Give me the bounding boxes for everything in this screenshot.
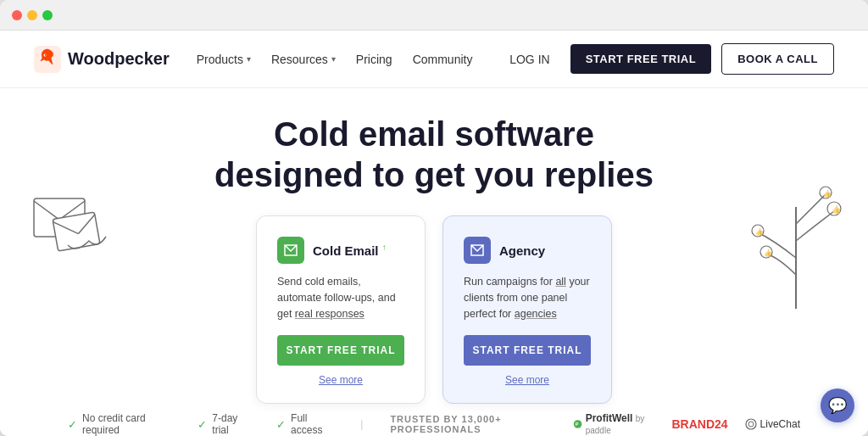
nav-actions: LOG IN START FREE TRIAL BOOK A CALL	[499, 43, 834, 75]
close-button[interactable]	[12, 10, 22, 20]
cold-email-icon	[277, 237, 304, 264]
profitwell-brand: P ProfitWell by paddle	[573, 412, 655, 436]
product-cards: Cold Email ↑ Send cold emails, automate …	[256, 215, 612, 404]
nav-pricing[interactable]: Pricing	[356, 53, 392, 66]
book-call-button[interactable]: BOOK A CALL	[721, 43, 834, 75]
brand24-logo: BRAND24	[671, 417, 727, 431]
cold-email-card: Cold Email ↑ Send cold emails, automate …	[256, 215, 426, 404]
chevron-down-icon: ▾	[331, 54, 336, 64]
deco-tree-illustration: 👍 👍 👍 👍	[741, 156, 851, 326]
page-content: Woodpecker Products ▾ Resources ▾ Pricin…	[0, 31, 868, 436]
cold-email-badge: ↑	[382, 243, 387, 252]
check-icon: ✓	[68, 418, 77, 431]
chevron-down-icon: ▾	[247, 54, 251, 64]
deco-envelope-illustration	[25, 173, 136, 275]
agency-card: Agency Run campaigns for all your client…	[442, 215, 612, 404]
badge-full-access: ✓ Full access	[276, 412, 333, 436]
nav-resources[interactable]: Resources ▾	[271, 53, 336, 66]
cold-email-see-more-link[interactable]: See more	[277, 374, 404, 386]
chat-icon: 💬	[828, 396, 847, 415]
trusted-section: TRUSTED BY 13,000+ PROFESSIONALS P Profi…	[390, 412, 800, 436]
cold-email-description: Send cold emails, automate follow-ups, a…	[277, 274, 404, 321]
agency-card-header: Agency	[464, 237, 591, 264]
svg-rect-6	[53, 212, 100, 251]
trusted-label: TRUSTED BY 13,000+ PROFESSIONALS	[390, 414, 555, 434]
agency-icon	[464, 237, 491, 264]
check-icon: ✓	[276, 418, 286, 431]
agency-trial-button[interactable]: START FREE TRIAL	[464, 335, 591, 366]
svg-point-2	[45, 54, 46, 55]
nav-products[interactable]: Products ▾	[197, 53, 251, 66]
svg-text:P: P	[575, 422, 578, 428]
navbar: Woodpecker Products ▾ Resources ▾ Pricin…	[0, 31, 868, 88]
svg-line-4	[34, 201, 59, 220]
svg-point-19	[746, 419, 756, 429]
check-icon: ✓	[198, 418, 207, 431]
logo[interactable]: Woodpecker	[34, 46, 170, 73]
nav-start-trial-button[interactable]: START FREE TRIAL	[570, 44, 712, 74]
svg-text:👍: 👍	[755, 227, 764, 236]
agency-see-more-link[interactable]: See more	[464, 374, 591, 386]
browser-window: Woodpecker Products ▾ Resources ▾ Pricin…	[0, 0, 868, 436]
browser-chrome	[0, 0, 868, 31]
bottom-bar: ✓ No credit card required ✓ 7-day trial …	[34, 404, 834, 436]
svg-text:👍: 👍	[764, 249, 772, 257]
minimize-button[interactable]	[27, 10, 37, 20]
nav-links: Products ▾ Resources ▾ Pricing Community	[197, 53, 500, 66]
svg-point-20	[748, 422, 754, 427]
chat-bubble-button[interactable]: 💬	[821, 388, 854, 422]
maximize-button[interactable]	[42, 10, 53, 20]
cold-email-title: Cold Email ↑	[313, 243, 387, 258]
login-button[interactable]: LOG IN	[499, 46, 559, 73]
badge-7-day-trial: ✓ 7-day trial	[198, 412, 249, 436]
livechat-logo: LiveChat	[745, 418, 800, 430]
svg-text:👍: 👍	[823, 189, 832, 198]
badge-no-credit-card: ✓ No credit card required	[68, 412, 170, 436]
hero-section: 👍 👍 👍 👍 Cold email software designed to …	[0, 88, 868, 436]
agency-title: Agency	[499, 243, 545, 258]
woodpecker-logo-icon	[34, 46, 61, 73]
logo-text: Woodpecker	[68, 49, 170, 69]
svg-text:👍: 👍	[832, 204, 842, 215]
agency-description: Run campaigns for all your clients from …	[464, 274, 591, 321]
cold-email-card-header: Cold Email ↑	[277, 237, 404, 264]
traffic-lights	[12, 10, 53, 20]
nav-community[interactable]: Community	[413, 53, 473, 66]
hero-title: Cold email software designed to get you …	[214, 114, 654, 195]
cold-email-trial-button[interactable]: START FREE TRIAL	[277, 335, 404, 366]
